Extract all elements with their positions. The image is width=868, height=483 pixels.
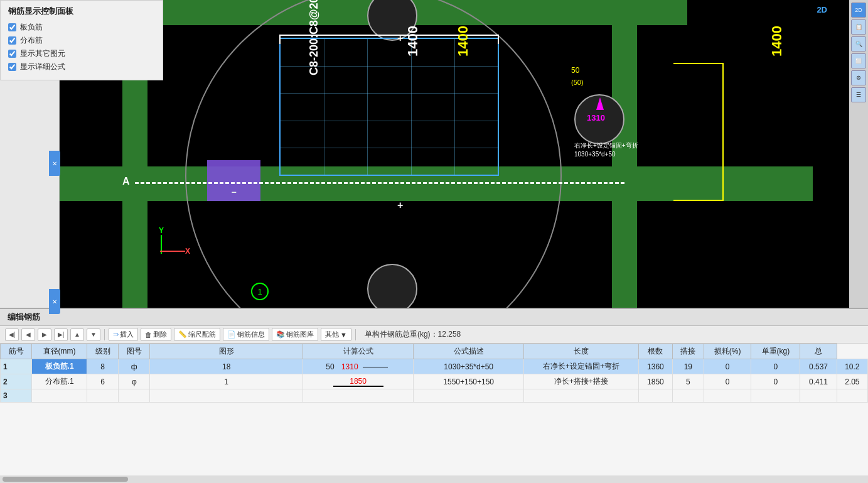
cell-fig-num: 1 — [150, 374, 303, 389]
table-row[interactable]: 1 板负筋.1 8 ф 18 50 1310 1030+35*d+50 右净长+… — [1, 359, 868, 374]
col-length: 长度 — [524, 344, 639, 359]
nav-next-btn[interactable]: ▶ — [38, 328, 51, 341]
tool-frame-btn[interactable]: ⬜ — [851, 53, 866, 68]
checkbox-show-detail[interactable]: 显示详细公式 — [8, 62, 155, 72]
h-scrollbar-thumb[interactable] — [3, 477, 128, 482]
cell-jin-hao — [32, 389, 87, 403]
cell-length: 1850 — [639, 374, 673, 389]
col-total: 总 — [800, 344, 837, 359]
tool-copy-btn[interactable]: 📋 — [851, 19, 866, 35]
cell-overlap: 0 — [704, 359, 751, 374]
checkbox-show-other-input[interactable] — [8, 50, 16, 58]
cell-desc — [524, 389, 639, 403]
nav-down-btn[interactable]: ▼ — [87, 328, 100, 341]
dim-1400-white: 1400 — [405, 26, 421, 57]
cell-fig-num — [150, 389, 303, 403]
cell-diameter: 8 — [87, 359, 119, 374]
delete-icon: 🗑 — [145, 331, 152, 339]
cell-desc: 右净长+设定锚固+弯折 — [524, 359, 639, 374]
col-unit-weight: 单重(kg) — [751, 344, 800, 359]
col-grade: 级别 — [87, 344, 119, 359]
checkbox-fen-bu-jin[interactable]: 分布筋 — [8, 35, 155, 46]
left-toggle-1[interactable]: ✕ — [49, 151, 60, 176]
editor-title: 编辑钢筋 — [0, 309, 868, 326]
insert-btn[interactable]: ⇒ 插入 — [109, 328, 138, 341]
cell-diameter: 6 — [87, 374, 119, 389]
cell-grade: φ — [119, 374, 150, 389]
rebar-library-btn[interactable]: 📚 钢筋图库 — [272, 328, 318, 341]
editor-panel: 编辑钢筋 ◀| ◀ ▶ ▶| ▲ ▼ ⇒ 插入 🗑 删除 📏 缩尺配筋 📄 钢筋… — [0, 308, 868, 483]
left-toggle-2[interactable]: ✕ — [49, 289, 60, 314]
rebar-table: 筋号 直径(mm) 级别 图号 图形 计算公式 公式描述 长度 根数 搭接 损耗… — [0, 344, 868, 403]
cell-count: 5 — [672, 374, 704, 389]
checkbox-ban-fu-jin-input[interactable] — [8, 23, 16, 31]
cell-loss: 0 — [751, 374, 800, 389]
h-scrollbar[interactable] — [0, 475, 868, 483]
cell-count: 19 — [672, 359, 704, 374]
canvas-area: − + + C8-200:C8@200 1400 1400 1400 50 (5… — [60, 0, 849, 308]
cell-count — [672, 389, 704, 403]
col-count: 根数 — [639, 344, 673, 359]
cell-unit-weight: 0.537 — [800, 359, 837, 374]
cell-jin-hao: 分布筋.1 — [32, 374, 87, 389]
col-formula: 计算公式 — [303, 344, 414, 359]
cell-formula: 1550+150+150 — [414, 374, 524, 389]
cell-loss: 0 — [751, 359, 800, 374]
purple-rect: − — [207, 160, 260, 201]
cell-length: 1360 — [639, 359, 673, 374]
tool-2d-btn[interactable]: 2D — [851, 3, 866, 18]
cell-total: 10.2 — [837, 359, 867, 374]
toolbar-sep-2 — [355, 329, 356, 340]
nav-up-btn[interactable]: ▲ — [70, 328, 84, 341]
cell-unit-weight — [800, 389, 837, 403]
cell-loss — [751, 389, 800, 403]
col-loss: 损耗(%) — [704, 344, 751, 359]
dim-1400-right: 1400 — [769, 26, 785, 57]
dim-1310: 1310 — [587, 113, 605, 122]
col-desc: 公式描述 — [414, 344, 524, 359]
nav-prev-btn[interactable]: ◀ — [21, 328, 35, 341]
toolbar: ◀| ◀ ▶ ▶| ▲ ▼ ⇒ 插入 🗑 删除 📏 缩尺配筋 📄 钢筋信息 📚 … — [0, 326, 868, 344]
cell-jin-hao: 板负筋.1 — [32, 359, 87, 374]
total-weight-label: 单构件钢筋总重(kg)：12.258 — [365, 329, 461, 340]
scale-icon: 📏 — [178, 330, 187, 339]
col-fig-num: 图号 — [119, 344, 150, 359]
table-row[interactable]: 3 — [1, 389, 868, 403]
cross-bottom: + — [397, 200, 403, 211]
rebar-label: C8-200:C8@200 — [308, 0, 321, 75]
rebar-info-btn[interactable]: 📄 钢筋信息 — [223, 328, 269, 341]
dim-1400-yellow: 1400 — [455, 26, 471, 57]
col-diameter: 直径(mm) — [32, 344, 87, 359]
checkbox-ban-fu-jin[interactable]: 板负筋 — [8, 22, 155, 33]
cell-row-num: 3 — [1, 389, 32, 403]
tool-settings-btn[interactable]: ⚙ — [851, 70, 866, 85]
axis-y-label: Y — [159, 226, 164, 235]
col-shape: 图形 — [150, 344, 303, 359]
checkbox-show-other[interactable]: 显示其它图元 — [8, 48, 155, 59]
axis-x-line — [160, 251, 185, 252]
toolbar-sep-1 — [104, 329, 105, 340]
scale-btn[interactable]: 📏 缩尺配筋 — [174, 328, 220, 341]
nav-first-btn[interactable]: ◀| — [5, 328, 19, 341]
pink-arrow — [596, 97, 604, 110]
cell-grade: ф — [119, 359, 150, 374]
panel-title: 钢筋显示控制面板 — [8, 6, 155, 17]
cell-overlap — [704, 389, 751, 403]
cell-formula — [414, 389, 524, 403]
right-bracket-yellow — [673, 63, 724, 201]
tool-zoom-btn[interactable]: 🔍 — [851, 36, 866, 52]
cell-overlap: 0 — [704, 374, 751, 389]
other-btn[interactable]: 其他 ▼ — [321, 328, 351, 341]
cell-formula: 1030+35*d+50 — [414, 359, 524, 374]
table-row[interactable]: 2 分布筋.1 6 φ 1 1850 1550+150+150 净长+搭接+搭接… — [1, 374, 868, 389]
insert-icon: ⇒ — [113, 330, 119, 339]
axis-x-label: X — [185, 247, 190, 256]
small-circle-bottom — [367, 264, 417, 308]
nav-last-btn[interactable]: ▶| — [54, 328, 68, 341]
tool-list-btn[interactable]: ☰ — [851, 87, 866, 102]
cell-total — [837, 389, 867, 403]
checkbox-show-detail-input[interactable] — [8, 63, 16, 71]
axis-a-label: A — [122, 176, 130, 187]
delete-btn[interactable]: 🗑 删除 — [141, 328, 171, 341]
checkbox-fen-bu-jin-input[interactable] — [8, 36, 16, 45]
